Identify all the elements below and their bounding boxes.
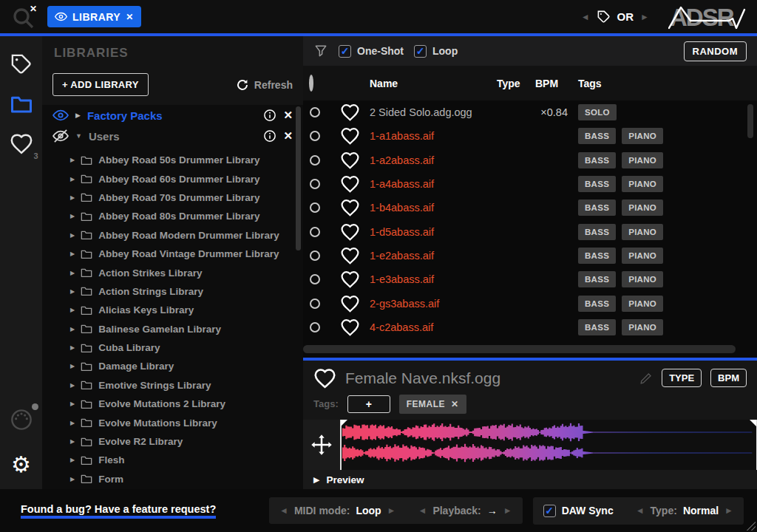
favorite-icon[interactable] bbox=[340, 247, 360, 265]
prev-arrow-icon[interactable]: ◄ bbox=[636, 505, 645, 516]
expand-caret-icon[interactable]: ▶ bbox=[70, 194, 75, 201]
library-root-name[interactable]: Factory Packs bbox=[87, 109, 163, 122]
sample-name[interactable]: 1-e3abass.aif bbox=[370, 273, 434, 285]
type-button[interactable]: TYPE bbox=[662, 369, 702, 387]
expand-caret-icon[interactable]: ▶ bbox=[70, 382, 75, 389]
tag-chip[interactable]: PIANO bbox=[622, 271, 663, 287]
prev-arrow-icon[interactable]: ◄ bbox=[418, 505, 427, 516]
tag-chip[interactable]: PIANO bbox=[622, 319, 663, 335]
library-tree-item[interactable]: ▶ Abbey Road 50s Drummer Library bbox=[70, 151, 303, 169]
sample-name[interactable]: 1-a4abass.aif bbox=[370, 178, 434, 190]
search-field[interactable]: ✕ bbox=[7, 2, 40, 32]
tag-chip[interactable]: PIANO bbox=[622, 248, 663, 264]
expand-caret-icon[interactable]: ▶ bbox=[70, 232, 75, 239]
remove-library-icon[interactable]: ✕ bbox=[283, 129, 293, 143]
library-tree-item[interactable]: ▶ Evolve Mutations Library bbox=[70, 413, 303, 432]
favorite-icon[interactable] bbox=[340, 175, 360, 193]
select-radio[interactable] bbox=[310, 274, 320, 284]
sample-name[interactable]: 1-e2abass.aif bbox=[370, 250, 434, 262]
column-bpm[interactable]: BPM bbox=[535, 78, 578, 89]
select-radio[interactable] bbox=[310, 179, 320, 189]
preview-bar[interactable]: ▶ Preview bbox=[303, 470, 757, 489]
prev-arrow-icon[interactable]: ◄ bbox=[279, 505, 288, 516]
tag-chip[interactable]: BASS bbox=[578, 296, 616, 312]
next-arrow-icon[interactable]: ► bbox=[387, 505, 396, 516]
tag-remove-icon[interactable]: ✕ bbox=[451, 399, 459, 409]
favorite-icon[interactable] bbox=[340, 270, 360, 288]
library-tree-item[interactable]: ▶ Flesh bbox=[70, 451, 303, 469]
library-filter-chip[interactable]: LIBRARY ✕ bbox=[47, 6, 141, 27]
add-library-button[interactable]: + ADD LIBRARY bbox=[52, 73, 149, 96]
vertical-scrollbar[interactable] bbox=[747, 104, 753, 138]
expand-caret-icon[interactable]: ▶ bbox=[70, 157, 75, 163]
favorite-icon[interactable] bbox=[340, 199, 360, 216]
favorite-icon[interactable] bbox=[340, 295, 360, 313]
library-root-users[interactable]: ▼ Users ✕ bbox=[42, 126, 303, 146]
collapse-caret-icon[interactable]: ▼ bbox=[75, 132, 82, 140]
next-arrow-icon[interactable]: ► bbox=[724, 505, 733, 516]
edit-pencil-icon[interactable] bbox=[639, 372, 653, 385]
add-tag-button[interactable]: + bbox=[347, 395, 390, 413]
library-tree-item[interactable]: ▶ Abbey Road 80s Drummer Library bbox=[70, 207, 303, 225]
prev-arrow-icon[interactable]: ◄ bbox=[581, 12, 590, 22]
tag-chip[interactable]: BASS bbox=[578, 224, 616, 240]
settings-gear-icon[interactable]: ⚙ bbox=[11, 454, 31, 476]
folders-nav-icon[interactable] bbox=[10, 95, 33, 114]
tag-chip[interactable]: SOLO bbox=[578, 104, 617, 120]
sample-row[interactable]: 4-c2abass.aif BASSPIANO bbox=[303, 316, 757, 339]
bpm-button[interactable]: BPM bbox=[710, 369, 747, 387]
library-tree-item[interactable]: ▶ Balinese Gamelan Library bbox=[70, 320, 303, 338]
midi-nav-icon[interactable] bbox=[10, 408, 33, 432]
tag-chip[interactable]: BASS bbox=[578, 176, 616, 192]
tag-chip[interactable]: PIANO bbox=[622, 200, 663, 216]
library-tree-item[interactable]: ▶ Action Strings Library bbox=[70, 282, 303, 301]
favorite-icon[interactable] bbox=[340, 223, 360, 241]
select-radio[interactable] bbox=[310, 227, 320, 237]
column-tags[interactable]: Tags bbox=[578, 78, 757, 89]
tag-chip[interactable]: BASS bbox=[578, 200, 616, 216]
sample-name[interactable]: 2 Sided Solo.adg.ogg bbox=[370, 106, 472, 118]
sample-row[interactable]: 1-a1abass.aif BASSPIANO bbox=[303, 124, 757, 148]
favorite-icon[interactable] bbox=[313, 368, 336, 389]
sample-name[interactable]: 1-a2abass.aif bbox=[370, 154, 434, 166]
sample-name[interactable]: 4-c2abass.aif bbox=[370, 321, 433, 333]
expand-caret-icon[interactable]: ▶ bbox=[75, 112, 81, 119]
sample-row[interactable]: 1-a4abass.aif BASSPIANO bbox=[303, 172, 757, 196]
expand-caret-icon[interactable]: ▶ bbox=[70, 476, 75, 482]
info-icon[interactable] bbox=[263, 109, 276, 122]
tag-chip[interactable]: PIANO bbox=[622, 224, 663, 240]
sample-name[interactable]: 2-gs3abass.aif bbox=[370, 298, 439, 310]
library-tree-item[interactable]: ▶ Form bbox=[70, 470, 303, 488]
column-name[interactable]: Name bbox=[370, 78, 497, 89]
select-radio[interactable] bbox=[310, 202, 320, 213]
refresh-button[interactable]: Refresh bbox=[236, 78, 293, 92]
search-clear-icon[interactable]: ✕ bbox=[30, 4, 37, 14]
tag-chip[interactable]: BASS bbox=[578, 152, 616, 168]
tag-chip[interactable]: PIANO bbox=[622, 296, 663, 312]
feedback-link[interactable]: Found a bug? Have a feature request? bbox=[21, 503, 216, 519]
select-radio[interactable] bbox=[310, 131, 320, 141]
select-radio[interactable] bbox=[310, 107, 320, 117]
favorite-icon[interactable] bbox=[340, 103, 360, 121]
expand-caret-icon[interactable]: ▶ bbox=[70, 270, 75, 276]
sample-name[interactable]: 1-d5abass.aif bbox=[370, 226, 434, 238]
select-radio[interactable] bbox=[310, 155, 320, 166]
expand-caret-icon[interactable]: ▶ bbox=[70, 457, 75, 463]
sample-row[interactable]: 1-d5abass.aif BASSPIANO bbox=[303, 219, 757, 243]
next-arrow-icon[interactable]: ► bbox=[503, 505, 512, 516]
library-tree-item[interactable]: ▶ Emotive Strings Library bbox=[70, 376, 303, 395]
tags-nav-icon[interactable] bbox=[10, 52, 33, 75]
expand-caret-icon[interactable]: ▶ bbox=[70, 438, 75, 445]
expand-caret-icon[interactable]: ▶ bbox=[70, 250, 75, 257]
library-tree-item[interactable]: ▶ Cuba Library bbox=[70, 338, 303, 357]
library-tree-item[interactable]: ▶ Evolve Mutations 2 Library bbox=[70, 395, 303, 413]
favorite-icon[interactable] bbox=[340, 127, 360, 145]
select-radio[interactable] bbox=[310, 322, 320, 332]
sample-name[interactable]: 1-a1abass.aif bbox=[370, 130, 434, 142]
tag-chip[interactable]: BASS bbox=[578, 248, 616, 264]
visibility-off-icon[interactable] bbox=[52, 129, 69, 143]
select-radio[interactable] bbox=[310, 299, 320, 309]
waveform-display[interactable] bbox=[340, 420, 757, 470]
library-root-name[interactable]: Users bbox=[89, 130, 120, 143]
tag-chip[interactable]: PIANO bbox=[622, 176, 663, 192]
